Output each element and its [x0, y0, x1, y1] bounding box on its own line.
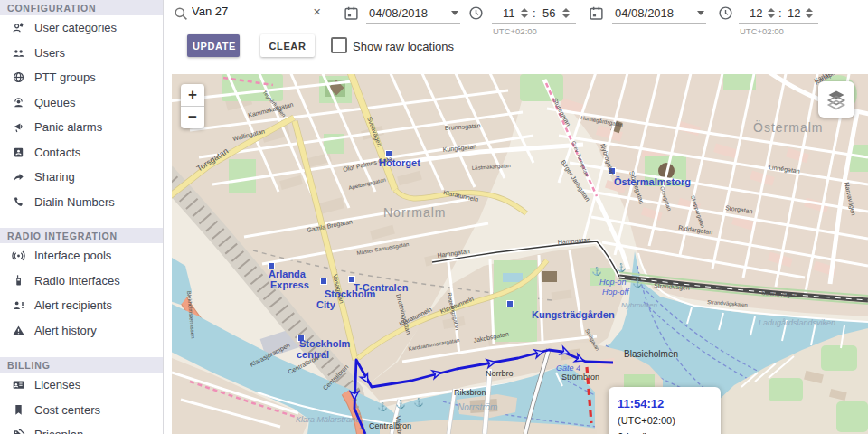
end-time-field: 12 : 12 — [739, 3, 818, 24]
end-hour-value[interactable]: 12 — [750, 6, 762, 20]
transit-label: City — [316, 299, 336, 310]
person-alert-icon — [12, 298, 25, 312]
show-raw-locations-checkbox[interactable] — [331, 37, 347, 53]
agent-icon — [12, 96, 25, 109]
sidebar-item-priceplan[interactable]: Priceplan — [0, 422, 163, 434]
transit-label: Express — [270, 279, 309, 290]
update-button[interactable]: UPDATE — [187, 34, 240, 57]
sidebar-item-label: PTT groups — [34, 71, 96, 84]
anchor-icon: ⚓ — [616, 262, 627, 273]
sidebar-item-alert-history[interactable]: Alert history — [0, 318, 163, 344]
metro-station-icon — [507, 301, 514, 307]
place-label: Riksbron — [454, 388, 486, 397]
broadcast-icon — [12, 249, 25, 262]
sidebar-item-label: Licenses — [34, 378, 80, 392]
sidebar-item-dialin-numbers[interactable]: Dialin Numbers — [0, 190, 163, 215]
start-hour-value[interactable]: 11 — [503, 6, 515, 20]
sidebar-item-label: Priceplan — [34, 428, 83, 434]
sidebar-item-user-categories[interactable]: User categories — [0, 15, 163, 41]
water-label: Norrström — [458, 402, 497, 412]
start-minute-stepper[interactable] — [562, 8, 570, 18]
price-tags-icon — [12, 428, 25, 434]
transit-label: Hötorget — [379, 157, 420, 168]
transit-label-small: Gate 4 — [556, 363, 580, 373]
sidebar-item-contacts[interactable]: Contacts — [0, 140, 163, 165]
start-date-field[interactable]: 04/08/2018 — [366, 3, 460, 24]
toolbar: × 04/08/2018 11 : 56 UTC+02:00 04/08/201… — [163, 0, 868, 74]
anchor-icon: ⚓ — [591, 266, 602, 277]
start-hour-stepper[interactable] — [521, 8, 528, 18]
warning-triangle-icon — [12, 324, 25, 337]
start-date-value: 04/08/2018 — [369, 6, 428, 20]
sidebar-item-panic-alarms[interactable]: Panic alarms — [0, 115, 163, 140]
tooltip-time: 11:54:12 — [618, 397, 664, 410]
sidebar-item-ptt-groups[interactable]: PTT groups — [0, 65, 163, 90]
phone-icon — [12, 195, 25, 209]
transit-label: Kungsträdgården — [532, 309, 615, 320]
end-minute-value[interactable]: 12 — [788, 6, 800, 20]
zoom-out-button[interactable]: − — [181, 107, 204, 128]
water-label: Ladugårdslandsviken — [759, 318, 835, 327]
globe-icon — [12, 71, 25, 84]
place-label: Strömbron — [561, 373, 599, 382]
sidebar-item-label: Alert recipients — [34, 298, 112, 312]
end-minute-stepper[interactable] — [806, 8, 813, 18]
clear-button[interactable]: CLEAR — [260, 34, 315, 57]
alarm-horn-icon — [12, 120, 25, 134]
sidebar-item-label: Sharing — [34, 170, 75, 184]
sidebar-item-label: Contacts — [34, 146, 80, 159]
map-tiles: ⚓⚓⚓⚓⚓⚓ TorsgatanSveavägenVasagatanKungsg… — [172, 74, 868, 434]
time-separator: : — [533, 6, 536, 20]
contact-card-icon — [12, 146, 25, 159]
search-input[interactable] — [190, 3, 298, 18]
water-label: Klara Mälarstrand — [296, 415, 361, 424]
transit-label: Stockholm — [325, 288, 375, 299]
sidebar-item-label: User categories — [34, 21, 117, 34]
transit-label-small: Hop-off — [602, 288, 630, 297]
transit-label: central — [297, 349, 329, 360]
place-label: Östermalm — [753, 119, 823, 135]
sidebar-item-licenses[interactable]: Licenses — [0, 373, 163, 398]
place-label: Blasieholmen — [624, 349, 678, 359]
sidebar-item-users[interactable]: Users — [0, 41, 163, 66]
clear-search-icon[interactable]: × — [313, 4, 321, 20]
user-categories-icon — [12, 21, 25, 34]
start-minute-value[interactable]: 56 — [542, 6, 555, 20]
calendar-icon[interactable] — [344, 5, 359, 21]
transit-label: Arlanda — [269, 269, 307, 279]
sidebar-item-interface-pools[interactable]: Interface pools — [0, 243, 163, 269]
id-card-icon — [12, 378, 25, 392]
tooltip-timezone: (UTC+02:00) — [618, 415, 675, 426]
share-arrow-icon — [12, 170, 25, 184]
transit-label: Stockholm — [299, 338, 350, 349]
sidebar-item-alert-recipients[interactable]: Alert recipients — [0, 293, 163, 318]
place-label: Norrbro — [486, 369, 514, 378]
layers-icon — [825, 88, 848, 111]
walkie-talkie-icon — [12, 274, 25, 288]
sidebar-item-radio-interfaces[interactable]: Radio Interfaces — [0, 269, 163, 294]
sidebar-item-label: Panic alarms — [34, 120, 102, 134]
sidebar-item-cost-centers[interactable]: Cost centers — [0, 398, 163, 423]
end-date-value: 04/08/2018 — [615, 6, 674, 20]
section-configuration: CONFIGURATION — [0, 0, 163, 15]
sidebar-item-queues[interactable]: Queues — [0, 90, 163, 116]
anchor-icon: ⚓ — [632, 278, 643, 288]
sidebar-item-sharing[interactable]: Sharing — [0, 165, 163, 190]
clock-icon — [468, 5, 484, 21]
end-timezone-label: UTC+02:00 — [740, 26, 784, 36]
sidebar: CONFIGURATION User categories Users PTT … — [0, 0, 164, 434]
end-hour-stepper[interactable] — [768, 8, 775, 18]
users-icon — [12, 46, 25, 60]
sidebar-item-label: Dialin Numbers — [34, 195, 115, 209]
transit-label-small: Hop-on — [599, 278, 627, 287]
sidebar-item-label: Alert history — [34, 324, 97, 337]
end-date-field[interactable]: 04/08/2018 — [612, 3, 706, 24]
layers-button[interactable] — [818, 81, 854, 118]
search-field: × — [190, 3, 323, 24]
chevron-down-icon — [451, 11, 458, 15]
calendar-icon[interactable] — [589, 5, 604, 21]
anchor-icon: ⚓ — [377, 401, 388, 412]
water-label: Nybroviken — [621, 301, 658, 309]
zoom-in-button[interactable]: + — [181, 84, 204, 107]
map-canvas[interactable]: ⚓⚓⚓⚓⚓⚓ TorsgatanSveavägenVasagatanKungsg… — [172, 74, 868, 434]
